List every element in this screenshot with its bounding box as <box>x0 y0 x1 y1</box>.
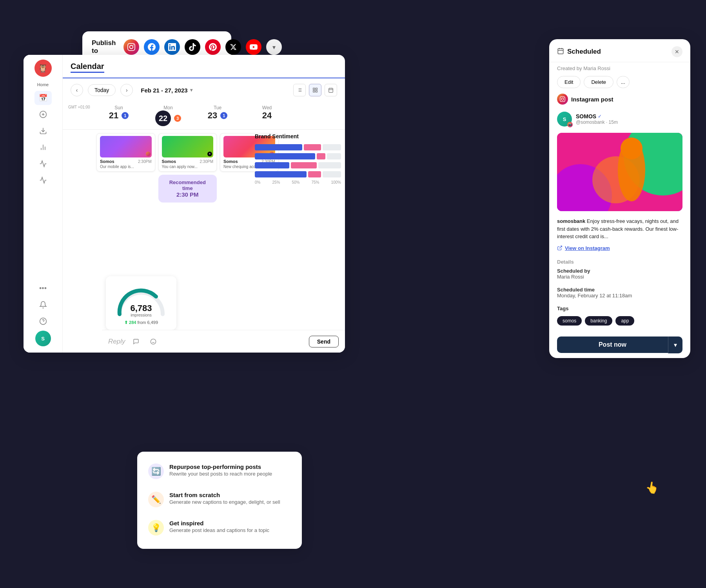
sp-tag-banking[interactable]: banking <box>585 316 612 326</box>
sp-scheduled-by-label: Scheduled by <box>557 268 590 274</box>
post-now-caret[interactable]: ▾ <box>668 337 682 353</box>
message-icon[interactable] <box>130 335 142 348</box>
sentiment-title: Brand Sentiment <box>255 133 341 139</box>
sp-caption: somosbank Enjoy stress-free vacays, nigh… <box>549 214 690 244</box>
impressions-up: ⬆ 284 <box>124 320 136 325</box>
col-sun: Sun 21 1 <box>94 102 143 129</box>
sp-edit-btn[interactable]: Edit <box>557 76 581 88</box>
ai-scratch-item[interactable]: ✏️ Start from scratch Generate new capti… <box>143 486 296 513</box>
post-img-mon: ✕ <box>162 136 214 157</box>
brand-sentiment-card: Brand Sentiment <box>255 133 341 185</box>
ai-panel: 🔄 Repurpose top-performing posts Rewrite… <box>137 452 302 549</box>
list-view-btn[interactable] <box>293 84 306 96</box>
sp-scheduled-by-value: Maria Rossi <box>557 274 590 280</box>
calendar-title: Calendar <box>71 62 104 73</box>
sp-scheduled-time: Scheduled time Monday, February 12 at 11… <box>557 287 682 302</box>
inspired-desc: Generate post ideas and captions for a t… <box>169 527 269 533</box>
svg-line-41 <box>559 246 562 248</box>
download-nav[interactable] <box>34 124 52 138</box>
sentiment-bar-1 <box>255 144 341 150</box>
emoji-icon[interactable] <box>147 335 160 348</box>
sp-tags-label: Tags <box>557 306 682 311</box>
help-nav[interactable] <box>34 314 52 328</box>
tiktok-icon[interactable] <box>185 39 200 55</box>
repurpose-desc: Rewrite your best posts to reach more pe… <box>169 471 272 477</box>
ai-scratch-text: Start from scratch Generate new captions… <box>169 492 280 505</box>
post-now-btn[interactable]: Post now <box>557 337 668 353</box>
linkedin-icon[interactable] <box>164 39 180 55</box>
svg-text:6,783: 6,783 <box>130 303 152 313</box>
inspired-icon: 💡 <box>148 520 164 536</box>
platform-overlay-sun <box>146 152 151 156</box>
calendar-panel: 🦉 Home 📅 ••• S Calendar <box>24 55 345 353</box>
day-num-sun: 21 <box>109 110 118 121</box>
analytics-nav[interactable] <box>34 140 52 154</box>
sp-title: Scheduled <box>567 48 601 56</box>
more-networks-icon[interactable]: ▾ <box>266 39 282 55</box>
calendar-view-btn[interactable] <box>325 84 337 96</box>
post-card-mon[interactable]: ✕ Somos 2:30PM You can apply now... <box>158 133 217 172</box>
calendar-nav[interactable]: 📅 <box>34 91 52 105</box>
sp-header: Scheduled ✕ <box>549 39 690 62</box>
user-avatar[interactable]: S <box>35 331 51 346</box>
sp-avatar-ig-badge: 📷 <box>567 122 573 127</box>
campaigns-nav[interactable] <box>34 157 52 171</box>
sp-profile-handle-row: @somosbank · 15m <box>576 119 618 125</box>
calendar-header: Calendar <box>63 55 345 78</box>
more-nav[interactable]: ••• <box>34 281 52 295</box>
repurpose-icon: 🔄 <box>148 463 164 479</box>
view-link-text: View on Instagram <box>565 245 610 251</box>
impressions-card: 6,783 impressions ⬆ 284 from 6,499 <box>106 276 176 330</box>
next-btn[interactable]: › <box>120 84 133 96</box>
post-card-sun[interactable]: Somos 2:30PM Our mobile app is... <box>96 133 155 172</box>
calendar-toolbar: ‹ Today › Feb 21 - 27, 2023 ▾ <box>63 78 345 102</box>
sp-profile-name-row: SOMOS ✓ <box>576 113 618 119</box>
sun-col: Somos 2:30PM Our mobile app is... <box>96 132 156 206</box>
recommended-bubble: Recommended time 2:30 PM <box>158 175 217 203</box>
sp-tag-app[interactable]: app <box>615 316 634 326</box>
instagram-icon[interactable] <box>123 39 139 55</box>
repurpose-title: Repurpose top-performing posts <box>169 463 272 470</box>
sp-created-by: Created by Maria Rossi <box>549 62 690 76</box>
youtube-icon[interactable] <box>246 39 261 55</box>
sp-tag-somos[interactable]: somos <box>557 316 582 326</box>
x-icon[interactable] <box>225 39 241 55</box>
ai-repurpose-item[interactable]: 🔄 Repurpose top-performing posts Rewrite… <box>143 458 296 485</box>
day-name-wed: Wed <box>244 105 290 110</box>
send-button[interactable]: Send <box>309 336 339 347</box>
col-tue: Tue 23 1 <box>193 102 242 129</box>
sp-instagram-icon <box>557 94 568 105</box>
view-icons <box>293 84 337 96</box>
sp-header-left: Scheduled <box>557 47 601 56</box>
day-num-wed: 24 <box>262 110 272 120</box>
prev-btn[interactable]: ‹ <box>71 84 83 96</box>
sp-close-btn[interactable]: ✕ <box>672 46 682 57</box>
ai-inspired-text: Get inspired Generate post ideas and cap… <box>169 520 269 533</box>
scratch-title: Start from scratch <box>169 492 280 498</box>
facebook-icon[interactable] <box>144 39 160 55</box>
calendar-content: Calendar ‹ Today › Feb 21 - 27, 2023 ▾ <box>63 55 345 353</box>
app-logo: 🦉 <box>34 60 52 77</box>
post-type-text: Instagram post <box>571 96 613 103</box>
ai-inspired-item[interactable]: 💡 Get inspired Generate post ideas and c… <box>143 514 296 541</box>
grid-view-btn[interactable] <box>309 84 321 96</box>
scratch-icon: ✏️ <box>148 492 164 507</box>
sp-delete-btn[interactable]: Delete <box>584 76 613 88</box>
scheduled-panel: Scheduled ✕ Created by Maria Rossi Edit … <box>549 39 690 358</box>
add-nav[interactable] <box>34 107 52 121</box>
publish-label: Publish to <box>92 39 116 55</box>
pinterest-icon[interactable] <box>205 39 221 55</box>
sp-more-btn[interactable]: ... <box>617 76 630 88</box>
reports-nav[interactable] <box>34 173 52 187</box>
sp-avatar-container: S 📷 <box>557 112 572 127</box>
date-range-caret[interactable]: ▾ <box>190 87 192 93</box>
today-btn[interactable]: Today <box>88 84 116 96</box>
post-name-mon: Somos <box>162 159 176 164</box>
svg-rect-15 <box>313 88 315 90</box>
scratch-desc: Generate new captions to engage, delight… <box>169 499 280 505</box>
sp-view-link[interactable]: View on Instagram <box>549 244 690 256</box>
sp-details-row: Scheduled by Maria Rossi <box>557 268 682 284</box>
sp-details-title: Details <box>557 259 682 265</box>
notifications-nav[interactable] <box>34 298 52 312</box>
post-time-mon: 2:30PM <box>200 159 213 164</box>
